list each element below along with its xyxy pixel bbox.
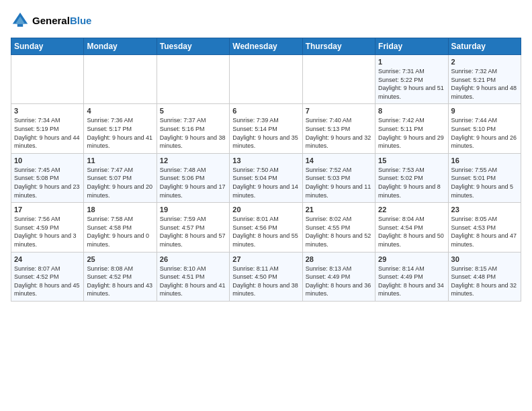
day-number: 4 <box>87 107 153 115</box>
day-number: 3 <box>14 107 81 115</box>
calendar-cell: 1Sunrise: 7:31 AM Sunset: 5:22 PM Daylig… <box>375 55 448 104</box>
calendar-cell: 12Sunrise: 7:48 AM Sunset: 5:06 PM Dayli… <box>157 153 229 202</box>
calendar-cell: 6Sunrise: 7:39 AM Sunset: 5:14 PM Daylig… <box>230 104 302 153</box>
day-number: 28 <box>306 255 372 263</box>
day-info: Sunrise: 8:02 AM Sunset: 4:55 PM Dayligh… <box>306 215 372 248</box>
calendar-cell: 19Sunrise: 7:59 AM Sunset: 4:57 PM Dayli… <box>157 203 229 252</box>
day-info: Sunrise: 7:55 AM Sunset: 5:01 PM Dayligh… <box>451 166 518 199</box>
day-number: 2 <box>451 58 518 66</box>
weekday-header-wednesday: Wednesday <box>230 38 302 55</box>
week-row-3: 10Sunrise: 7:45 AM Sunset: 5:08 PM Dayli… <box>11 153 521 202</box>
day-info: Sunrise: 7:47 AM Sunset: 5:07 PM Dayligh… <box>87 166 153 199</box>
day-info: Sunrise: 7:45 AM Sunset: 5:08 PM Dayligh… <box>14 166 81 199</box>
calendar-cell: 22Sunrise: 8:04 AM Sunset: 4:54 PM Dayli… <box>375 203 448 252</box>
day-number: 22 <box>378 205 445 214</box>
calendar-cell: 30Sunrise: 8:15 AM Sunset: 4:48 PM Dayli… <box>448 252 521 301</box>
calendar-cell: 15Sunrise: 7:53 AM Sunset: 5:02 PM Dayli… <box>375 153 448 202</box>
day-info: Sunrise: 7:37 AM Sunset: 5:16 PM Dayligh… <box>160 116 226 150</box>
day-number: 27 <box>232 255 299 263</box>
weekday-header-thursday: Thursday <box>302 38 375 55</box>
week-row-1: 1Sunrise: 7:31 AM Sunset: 5:22 PM Daylig… <box>11 55 521 104</box>
day-info: Sunrise: 7:50 AM Sunset: 5:04 PM Dayligh… <box>232 166 299 199</box>
calendar-cell: 17Sunrise: 7:56 AM Sunset: 4:59 PM Dayli… <box>11 203 84 252</box>
day-number: 14 <box>306 156 372 165</box>
day-info: Sunrise: 8:05 AM Sunset: 4:53 PM Dayligh… <box>451 215 518 248</box>
calendar-cell: 29Sunrise: 8:14 AM Sunset: 4:49 PM Dayli… <box>375 252 448 301</box>
calendar-cell: 21Sunrise: 8:02 AM Sunset: 4:55 PM Dayli… <box>302 203 375 252</box>
day-number: 25 <box>87 255 153 263</box>
day-number: 12 <box>160 156 226 165</box>
calendar-cell <box>230 55 302 104</box>
day-number: 11 <box>87 156 153 165</box>
day-number: 8 <box>378 107 445 115</box>
day-info: Sunrise: 8:15 AM Sunset: 4:48 PM Dayligh… <box>451 265 518 298</box>
weekday-header-sunday: Sunday <box>11 38 84 55</box>
week-row-4: 17Sunrise: 7:56 AM Sunset: 4:59 PM Dayli… <box>11 203 521 252</box>
calendar-cell <box>11 55 84 104</box>
day-number: 13 <box>232 156 299 165</box>
day-info: Sunrise: 7:59 AM Sunset: 4:57 PM Dayligh… <box>160 215 226 248</box>
logo-text: GeneralBlue <box>32 15 91 26</box>
day-info: Sunrise: 7:44 AM Sunset: 5:10 PM Dayligh… <box>451 116 518 150</box>
week-row-5: 24Sunrise: 8:07 AM Sunset: 4:52 PM Dayli… <box>11 252 521 301</box>
weekday-header-tuesday: Tuesday <box>157 38 229 55</box>
day-info: Sunrise: 8:14 AM Sunset: 4:49 PM Dayligh… <box>378 265 445 298</box>
day-number: 24 <box>14 255 81 263</box>
day-info: Sunrise: 7:48 AM Sunset: 5:06 PM Dayligh… <box>160 166 226 199</box>
day-number: 30 <box>451 255 518 263</box>
day-number: 19 <box>160 205 226 214</box>
day-number: 20 <box>232 205 299 214</box>
day-number: 26 <box>160 255 226 263</box>
day-number: 10 <box>14 156 81 165</box>
day-info: Sunrise: 8:10 AM Sunset: 4:51 PM Dayligh… <box>160 265 226 298</box>
day-number: 18 <box>87 205 153 214</box>
calendar-cell: 9Sunrise: 7:44 AM Sunset: 5:10 PM Daylig… <box>448 104 521 153</box>
weekday-header-friday: Friday <box>375 38 448 55</box>
weekday-header-saturday: Saturday <box>448 38 521 55</box>
calendar-table: SundayMondayTuesdayWednesdayThursdayFrid… <box>11 38 521 302</box>
calendar-header: SundayMondayTuesdayWednesdayThursdayFrid… <box>11 38 521 55</box>
day-number: 16 <box>451 156 518 165</box>
calendar-cell: 25Sunrise: 8:08 AM Sunset: 4:52 PM Dayli… <box>84 252 157 301</box>
logo: GeneralBlue <box>11 11 91 30</box>
day-number: 7 <box>306 107 372 115</box>
day-number: 17 <box>14 205 81 214</box>
day-info: Sunrise: 7:56 AM Sunset: 4:59 PM Dayligh… <box>14 215 81 248</box>
day-info: Sunrise: 8:07 AM Sunset: 4:52 PM Dayligh… <box>14 265 81 298</box>
calendar-cell: 24Sunrise: 8:07 AM Sunset: 4:52 PM Dayli… <box>11 252 84 301</box>
calendar-cell: 3Sunrise: 7:34 AM Sunset: 5:19 PM Daylig… <box>11 104 84 153</box>
calendar-cell: 18Sunrise: 7:58 AM Sunset: 4:58 PM Dayli… <box>84 203 157 252</box>
weekday-header-monday: Monday <box>84 38 157 55</box>
calendar-cell: 28Sunrise: 8:13 AM Sunset: 4:49 PM Dayli… <box>302 252 375 301</box>
weekday-header-row: SundayMondayTuesdayWednesdayThursdayFrid… <box>11 38 521 55</box>
calendar-cell: 14Sunrise: 7:52 AM Sunset: 5:03 PM Dayli… <box>302 153 375 202</box>
calendar-cell: 13Sunrise: 7:50 AM Sunset: 5:04 PM Dayli… <box>230 153 302 202</box>
day-number: 5 <box>160 107 226 115</box>
calendar-cell: 23Sunrise: 8:05 AM Sunset: 4:53 PM Dayli… <box>448 203 521 252</box>
day-info: Sunrise: 7:58 AM Sunset: 4:58 PM Dayligh… <box>87 215 153 248</box>
calendar-cell: 11Sunrise: 7:47 AM Sunset: 5:07 PM Dayli… <box>84 153 157 202</box>
page-header: GeneralBlue <box>11 11 521 30</box>
calendar-cell <box>84 55 157 104</box>
day-info: Sunrise: 7:34 AM Sunset: 5:19 PM Dayligh… <box>14 116 81 150</box>
day-info: Sunrise: 7:32 AM Sunset: 5:21 PM Dayligh… <box>451 67 518 101</box>
calendar-cell: 27Sunrise: 8:11 AM Sunset: 4:50 PM Dayli… <box>230 252 302 301</box>
day-number: 21 <box>306 205 372 214</box>
day-number: 15 <box>378 156 445 165</box>
calendar-cell: 10Sunrise: 7:45 AM Sunset: 5:08 PM Dayli… <box>11 153 84 202</box>
calendar-body: 1Sunrise: 7:31 AM Sunset: 5:22 PM Daylig… <box>11 55 521 302</box>
day-number: 29 <box>378 255 445 263</box>
svg-rect-2 <box>17 24 23 27</box>
day-info: Sunrise: 8:01 AM Sunset: 4:56 PM Dayligh… <box>232 215 299 248</box>
calendar-cell: 20Sunrise: 8:01 AM Sunset: 4:56 PM Dayli… <box>230 203 302 252</box>
calendar-cell: 16Sunrise: 7:55 AM Sunset: 5:01 PM Dayli… <box>448 153 521 202</box>
day-info: Sunrise: 7:39 AM Sunset: 5:14 PM Dayligh… <box>232 116 299 150</box>
calendar-cell <box>157 55 229 104</box>
day-info: Sunrise: 7:36 AM Sunset: 5:17 PM Dayligh… <box>87 116 153 150</box>
day-info: Sunrise: 7:42 AM Sunset: 5:11 PM Dayligh… <box>378 116 445 150</box>
day-info: Sunrise: 8:08 AM Sunset: 4:52 PM Dayligh… <box>87 265 153 298</box>
day-number: 6 <box>232 107 299 115</box>
day-number: 1 <box>378 58 445 66</box>
day-info: Sunrise: 7:31 AM Sunset: 5:22 PM Dayligh… <box>378 67 445 101</box>
day-number: 9 <box>451 107 518 115</box>
